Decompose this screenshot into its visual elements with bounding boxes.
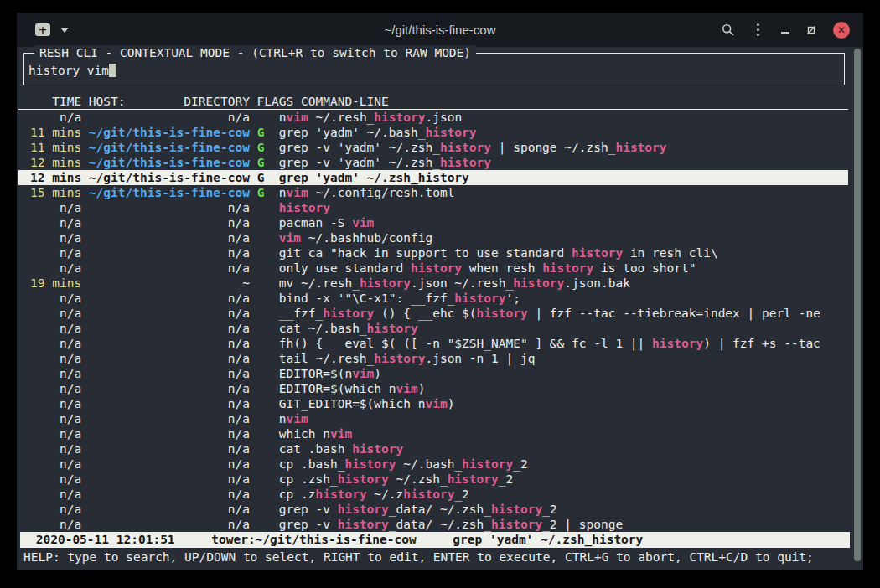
history-row[interactable]: 19 mins ~ mv ~/.resh_history.json ~/.res…: [18, 276, 848, 291]
history-row[interactable]: 11 mins ~/git/this-is-fine-cow G grep 'y…: [18, 125, 848, 140]
history-row[interactable]: n/a n/a cp .zhistory ~/.zhistory_2: [18, 487, 848, 502]
history-row[interactable]: n/a n/a history: [18, 200, 848, 215]
history-row[interactable]: n/a n/a fh() { eval $( ([ -n "$ZSH_NAME"…: [18, 336, 848, 351]
history-row-selected[interactable]: 12 mins ~/git/this-is-fine-cow G grep 'y…: [18, 170, 848, 185]
minimize-button[interactable]: [781, 32, 789, 34]
history-row[interactable]: n/a n/a nvim ~/.resh_history.json: [18, 110, 848, 125]
text-cursor: [109, 64, 116, 77]
close-button[interactable]: ✕: [833, 22, 850, 39]
history-row[interactable]: n/a n/a git ca "hack in support to use s…: [18, 245, 848, 260]
history-row[interactable]: n/a n/a cp .zsh_history ~/.zsh_history_2: [18, 472, 848, 487]
titlebar-right-controls: ✕: [722, 13, 850, 47]
history-row[interactable]: n/a n/a cp .bash_history ~/.bash_history…: [18, 456, 848, 472]
history-row[interactable]: n/a n/a bind -x '"\C-x1": __fzf_history'…: [18, 291, 848, 306]
history-row[interactable]: n/a n/a GIT_EDITOR=$(which nvim): [18, 396, 848, 411]
history-row[interactable]: n/a n/a __fzf_history () { __ehc $(histo…: [18, 306, 848, 321]
search-query-line[interactable]: history vim: [28, 63, 116, 78]
results-list: n/a n/a nvim ~/.resh_history.json11 mins…: [18, 110, 848, 532]
restore-button[interactable]: [806, 25, 816, 35]
terminal-screen[interactable]: RESH CLI - CONTEXTUAL MODE - (CTRL+R to …: [17, 47, 863, 570]
history-row[interactable]: n/a n/a nvim: [18, 411, 848, 426]
scrollbar[interactable]: [853, 49, 862, 565]
menu-kebab-icon[interactable]: [752, 22, 764, 38]
history-row[interactable]: n/a n/a EDITOR=$(nvim): [18, 366, 848, 381]
history-row[interactable]: n/a n/a EDITOR=$(which nvim): [18, 381, 848, 396]
help-line: HELP: type to search, UP/DOWN to select,…: [18, 549, 848, 565]
results-header: TIME HOST: DIRECTORY FLAGS COMMAND-LINE: [18, 94, 848, 110]
history-row[interactable]: n/a n/a only use standard history when r…: [18, 260, 848, 276]
history-row[interactable]: 11 mins ~/git/this-is-fine-cow G grep -v…: [18, 140, 848, 155]
history-row[interactable]: n/a n/a grep -v history_data/ ~/.zsh_his…: [18, 517, 848, 532]
history-row[interactable]: 15 mins ~/git/this-is-fine-cow G nvim ~/…: [18, 185, 848, 200]
search-query-input[interactable]: history vim: [28, 64, 109, 77]
history-row[interactable]: n/a n/a pacman -S vim: [18, 215, 848, 230]
resh-mode-legend: RESH CLI - CONTEXTUAL MODE - (CTRL+R to …: [34, 45, 476, 60]
history-row[interactable]: n/a n/a cat .bash_history: [18, 441, 848, 456]
status-bar: 2020-05-11 12:01:51 tower:~/git/this-is-…: [20, 532, 850, 548]
window-titlebar: + ~/git/this-is-fine-cow ✕: [17, 13, 863, 47]
resh-search-box: RESH CLI - CONTEXTUAL MODE - (CTRL+R to …: [23, 53, 845, 85]
search-icon[interactable]: [722, 23, 735, 37]
history-row[interactable]: n/a n/a which nvim: [18, 426, 848, 441]
history-row[interactable]: n/a n/a grep -v history_data/ ~/.zsh_his…: [18, 502, 848, 517]
history-row[interactable]: 12 mins ~/git/this-is-fine-cow G grep -v…: [18, 155, 848, 170]
history-row[interactable]: n/a n/a tail ~/.resh_history.json -n 1 |…: [18, 351, 848, 366]
history-row[interactable]: n/a n/a vim ~/.bashhub/config: [18, 230, 848, 245]
history-row[interactable]: n/a n/a cat ~/.bash_history: [18, 321, 848, 336]
scrollbar-thumb[interactable]: [854, 49, 861, 561]
